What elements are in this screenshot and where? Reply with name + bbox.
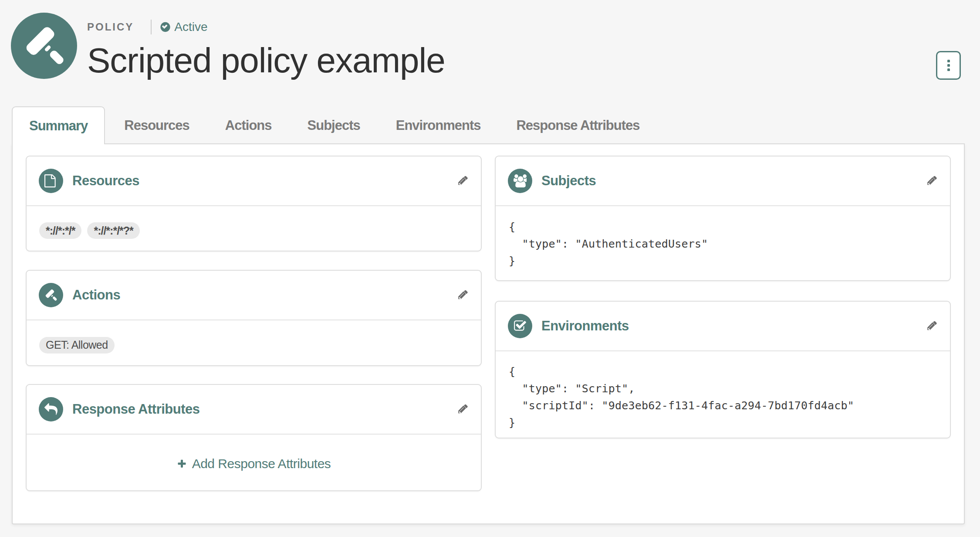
- page-title: Scripted policy example: [87, 43, 445, 78]
- status-label: Active: [174, 20, 207, 34]
- check-circle-icon: [160, 21, 171, 33]
- pencil-icon: [926, 175, 938, 187]
- check-square-icon: [514, 319, 527, 333]
- file-icon: [44, 174, 57, 187]
- resources-edit-button[interactable]: [457, 175, 469, 187]
- environments-icon-circle: [508, 314, 532, 338]
- response-attributes-card-body: Add Response Attributes: [27, 435, 481, 489]
- tab-bar: Summary Resources Actions Subjects Envir…: [12, 106, 659, 144]
- actions-card: Actions GET: Allowed: [26, 270, 482, 366]
- actions-icon-circle: [39, 283, 63, 307]
- resources-icon-circle: [39, 169, 63, 193]
- environments-card: Environments { "type": "Script", "script…: [495, 301, 951, 438]
- response-attributes-card: Response Attributes Add Response Attribu…: [26, 384, 482, 491]
- header-meta: POLICY Active: [87, 19, 208, 35]
- policy-avatar: [11, 13, 77, 79]
- plus-icon: [177, 459, 187, 469]
- actions-card-header: Actions: [27, 271, 481, 320]
- resource-tag: *://*:*/*?*: [87, 222, 139, 239]
- subjects-card: Subjects { "type": "AuthenticatedUsers" …: [495, 156, 951, 281]
- actions-edit-button[interactable]: [457, 289, 469, 301]
- pencil-icon: [457, 289, 469, 301]
- response-attributes-card-title: Response Attributes: [72, 401, 200, 417]
- status-badge[interactable]: Active: [160, 20, 207, 34]
- more-actions-button[interactable]: [936, 51, 961, 80]
- pencil-icon: [457, 175, 469, 187]
- add-response-attributes-label: Add Response Attributes: [192, 456, 331, 471]
- resources-card-body: *://*:*/* *://*:*/*?*: [27, 206, 481, 250]
- tab-resources[interactable]: Resources: [108, 106, 206, 144]
- subjects-icon-circle: [508, 169, 532, 193]
- reply-icon: [44, 403, 57, 416]
- subjects-card-body: { "type": "AuthenticatedUsers" }: [496, 206, 950, 279]
- gavel-icon: [22, 24, 66, 68]
- actions-card-body: GET: Allowed: [27, 320, 481, 364]
- environments-json: { "type": "Script", "scriptId": "9de3eb6…: [509, 363, 854, 431]
- response-attributes-edit-button[interactable]: [457, 404, 469, 415]
- resources-card-title: Resources: [72, 173, 139, 189]
- summary-panel: Resources *://*:*/* *://*:*/*?* Actions …: [12, 143, 965, 524]
- actions-card-title: Actions: [72, 287, 120, 303]
- response-attributes-card-header: Response Attributes: [27, 385, 481, 435]
- environments-edit-button[interactable]: [926, 320, 938, 332]
- response-attributes-icon-circle: [39, 397, 63, 421]
- subjects-json: { "type": "AuthenticatedUsers" }: [509, 218, 708, 269]
- environments-card-body: { "type": "Script", "scriptId": "9de3eb6…: [496, 351, 950, 437]
- environments-card-title: Environments: [541, 318, 629, 334]
- pencil-icon: [926, 320, 938, 332]
- subjects-card-title: Subjects: [541, 173, 596, 189]
- subjects-card-header: Subjects: [496, 156, 950, 206]
- environments-card-header: Environments: [496, 302, 950, 351]
- resources-card-header: Resources: [27, 156, 481, 206]
- tab-actions[interactable]: Actions: [209, 106, 288, 144]
- add-response-attributes-link[interactable]: Add Response Attributes: [177, 456, 331, 471]
- meta-divider: [151, 20, 152, 34]
- tab-environments[interactable]: Environments: [379, 106, 497, 144]
- resources-card: Resources *://*:*/* *://*:*/*?*: [26, 156, 482, 252]
- kebab-menu-icon: [947, 60, 950, 62]
- tab-response-attributes[interactable]: Response Attributes: [500, 106, 656, 144]
- subjects-edit-button[interactable]: [926, 175, 938, 187]
- resource-tag: *://*:*/*: [39, 222, 81, 239]
- users-icon: [514, 174, 527, 187]
- gavel-icon: [44, 289, 57, 302]
- policy-type-label: POLICY: [87, 21, 134, 33]
- tab-summary[interactable]: Summary: [12, 106, 105, 144]
- pencil-icon: [457, 404, 469, 415]
- tab-subjects[interactable]: Subjects: [291, 106, 377, 144]
- action-tag: GET: Allowed: [39, 337, 115, 353]
